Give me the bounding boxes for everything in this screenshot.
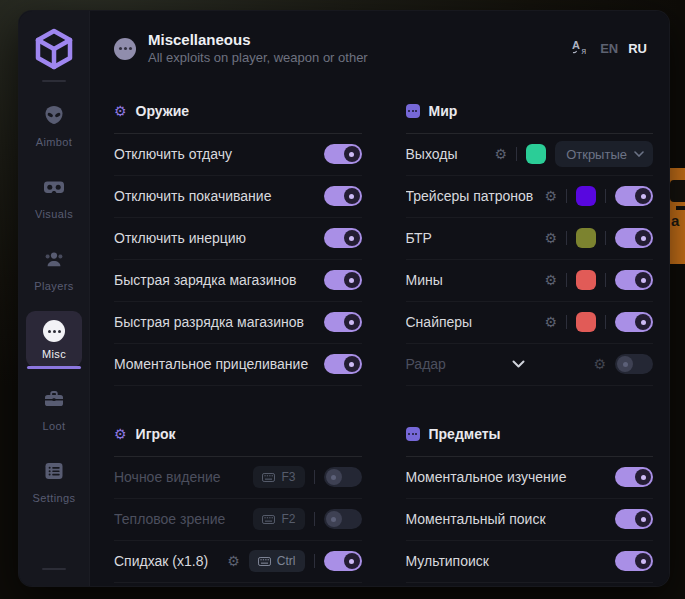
setting-row: Мультипоиск [406, 541, 654, 583]
gear-icon[interactable]: ⚙ [495, 147, 508, 161]
section-weapon: ⚙ Оружие Отключить отдачу Отключить пока… [114, 91, 362, 386]
setting-label: Моментальное изучение [406, 469, 616, 485]
toggle[interactable] [324, 467, 362, 487]
sidebar-item-label: Settings [33, 492, 76, 504]
sidebar-item-settings[interactable]: Settings [26, 451, 82, 511]
lang-ru-button[interactable]: RU [628, 41, 647, 56]
sidebar-item-misc[interactable]: Misc [26, 311, 82, 367]
keybind-label: Ctrl [277, 554, 296, 568]
dropdown-select[interactable]: Открытые [555, 141, 653, 167]
setting-label: Тепловое зрение [114, 511, 253, 527]
setting-label: Отключить инерцию [114, 230, 324, 246]
gear-icon[interactable]: ⚙ [227, 554, 240, 568]
toggle[interactable] [615, 551, 653, 571]
list-settings-icon [43, 460, 65, 486]
keybind-button[interactable]: Ctrl [249, 550, 305, 572]
toggle[interactable] [615, 509, 653, 529]
ellipsis-circle-icon [114, 38, 136, 60]
toggle[interactable] [324, 270, 362, 290]
setting-label: Радар [406, 356, 446, 372]
setting-label: Мины [406, 272, 545, 288]
cheat-menu-window: Aimbot Visuals [18, 10, 670, 587]
gear-icon[interactable]: ⚙ [544, 231, 557, 245]
sidebar-item-label: Visuals [35, 208, 73, 220]
setting-label: Спидхак (x1.8) [114, 553, 227, 569]
setting-row: Мины ⚙ [406, 260, 654, 302]
setting-row: Ночное видение F3 [114, 457, 362, 499]
toggle[interactable] [324, 312, 362, 332]
toggle[interactable] [324, 551, 362, 571]
toggle[interactable] [324, 509, 362, 529]
setting-label: Выходы [406, 146, 495, 162]
header-titles: Miscellaneous All exploits on player, we… [148, 31, 368, 67]
toggle[interactable] [324, 186, 362, 206]
gear-icon: ⚙ [114, 427, 127, 441]
setting-row: Радар ⚙ [406, 344, 654, 386]
sidebar-nav: Aimbot Visuals [19, 95, 89, 511]
keybind-label: F3 [281, 470, 295, 484]
toggle[interactable] [615, 270, 653, 290]
setting-label: Моментальный поиск [406, 511, 616, 527]
setting-row: Моментальное прицеливание [114, 344, 362, 386]
translate-icon: A я [570, 37, 590, 61]
banner-graphic [670, 180, 685, 202]
dropdown-value: Открытые [566, 147, 627, 162]
color-swatch[interactable] [576, 228, 596, 248]
color-swatch[interactable] [526, 144, 546, 164]
sidebar-divider [42, 80, 66, 82]
setting-row: Трейсеры патронов ⚙ [406, 176, 654, 218]
sidebar-item-aimbot[interactable]: Aimbot [26, 95, 82, 155]
content-grid: ⚙ Оружие Отключить отдачу Отключить пока… [90, 83, 669, 586]
section-player: ⚙ Игрок Ночное видение F3 [114, 414, 362, 583]
section-title: Мир [429, 103, 458, 119]
sidebar-item-label: Aimbot [36, 136, 73, 148]
setting-label: Быстрая разрядка магазинов [114, 314, 324, 330]
toggle[interactable] [615, 186, 653, 206]
setting-row: Моментальный поиск [406, 499, 654, 541]
section-header: ⚙ Оружие [114, 91, 362, 134]
toggle[interactable] [324, 354, 362, 374]
alien-icon [43, 104, 65, 130]
setting-label: Мультипоиск [406, 553, 616, 569]
setting-row: Отключить отдачу [114, 134, 362, 176]
background-banner: a [668, 168, 685, 264]
expand-chevron-icon[interactable] [512, 360, 525, 368]
column-left: ⚙ Оружие Отключить отдачу Отключить пока… [114, 91, 362, 583]
sidebar-item-visuals[interactable]: Visuals [26, 167, 82, 227]
setting-label: БТР [406, 230, 545, 246]
ellipsis-square-icon [406, 104, 420, 118]
sidebar-item-players[interactable]: Players [26, 239, 82, 299]
toggle[interactable] [615, 467, 653, 487]
gear-icon[interactable]: ⚙ [544, 189, 557, 203]
setting-row: Быстрая разрядка магазинов [114, 302, 362, 344]
ellipsis-icon [43, 320, 65, 342]
gear-icon[interactable]: ⚙ [544, 273, 557, 287]
toggle[interactable] [324, 228, 362, 248]
vr-goggles-icon [43, 176, 65, 202]
toggle[interactable] [615, 228, 653, 248]
section-header: Предметы [406, 414, 654, 457]
toggle[interactable] [324, 144, 362, 164]
sidebar: Aimbot Visuals [19, 11, 90, 586]
gear-icon[interactable]: ⚙ [593, 357, 606, 371]
section-items: Предметы Моментальное изучение Моменталь… [406, 414, 654, 583]
setting-label: Снайперы [406, 314, 545, 330]
setting-label: Моментальное прицеливание [114, 356, 324, 372]
color-swatch[interactable] [576, 270, 596, 290]
keybind-label: F2 [281, 512, 295, 526]
toggle[interactable] [615, 354, 653, 374]
svg-text:A: A [572, 39, 580, 51]
keybind-button[interactable]: F2 [253, 508, 304, 530]
setting-row: Моментальное изучение [406, 457, 654, 499]
sidebar-item-loot[interactable]: Loot [26, 379, 82, 439]
color-swatch[interactable] [576, 186, 596, 206]
toggle[interactable] [615, 312, 653, 332]
section-title: Предметы [429, 426, 501, 442]
color-swatch[interactable] [576, 312, 596, 332]
section-title: Оружие [136, 103, 190, 119]
game-background: a [0, 0, 685, 599]
keybind-button[interactable]: F3 [253, 466, 304, 488]
lang-en-button[interactable]: EN [600, 41, 618, 56]
language-switch: A я EN RU [570, 37, 647, 61]
gear-icon[interactable]: ⚙ [544, 315, 557, 329]
